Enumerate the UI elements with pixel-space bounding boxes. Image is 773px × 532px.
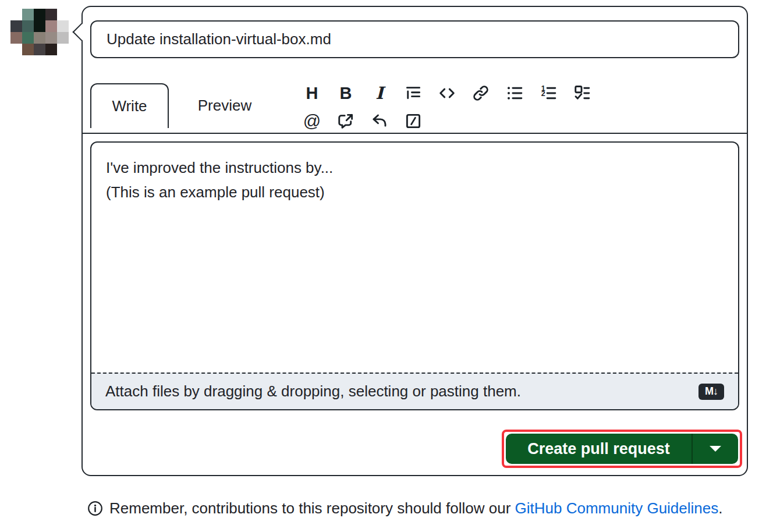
cross-reference-icon[interactable] (336, 109, 356, 133)
create-pr-dropdown-button[interactable] (693, 434, 738, 464)
note-text: Remember, contributions to this reposito… (109, 499, 723, 517)
tab-preview[interactable]: Preview (169, 83, 281, 128)
italic-icon[interactable]: I (370, 81, 389, 105)
pr-title-input[interactable] (90, 20, 739, 58)
note-suffix: . (718, 499, 722, 517)
attach-files-bar[interactable]: Attach files by dragging & dropping, sel… (91, 373, 738, 409)
slash-command-icon[interactable] (403, 109, 423, 133)
tabbar-divider (83, 133, 747, 134)
speech-bubble-caret (72, 23, 90, 41)
page: Write Preview H B I (0, 0, 773, 532)
heading-icon[interactable]: H (302, 81, 322, 105)
mention-icon[interactable]: @ (302, 109, 322, 133)
pull-request-composer: Write Preview H B I (81, 6, 748, 476)
svg-text:2: 2 (541, 90, 545, 98)
link-icon[interactable] (471, 81, 491, 105)
caret-down-icon (710, 446, 721, 452)
ordered-list-icon[interactable]: 1 2 (538, 81, 558, 105)
quote-icon[interactable] (403, 81, 423, 105)
task-list-icon[interactable] (572, 81, 592, 105)
toolbar-row-1: H B I (302, 81, 592, 105)
unordered-list-icon[interactable] (505, 81, 524, 105)
toolbar-row-2: @ (302, 109, 592, 133)
reply-icon[interactable] (370, 109, 389, 133)
code-icon[interactable] (437, 81, 457, 105)
community-guidelines-link[interactable]: GitHub Community Guidelines (515, 499, 719, 517)
attach-files-label: Attach files by dragging & dropping, sel… (105, 382, 521, 400)
info-icon (87, 501, 103, 516)
avatar (10, 9, 69, 55)
pr-body-editor[interactable]: I've improved the instructions by... (Th… (91, 143, 738, 373)
create-pull-request-button[interactable]: Create pull request (506, 434, 692, 464)
community-guidelines-note: Remember, contributions to this reposito… (87, 499, 723, 517)
markdown-icon[interactable]: M↓ (698, 384, 724, 400)
markdown-toolbar: H B I (302, 81, 592, 133)
create-pr-split-button: Create pull request (506, 434, 738, 464)
bold-icon[interactable]: B (336, 81, 356, 105)
comment-panel: I've improved the instructions by... (Th… (90, 141, 739, 410)
red-highlight-annotation: Create pull request (502, 430, 742, 468)
note-prefix: Remember, contributions to this reposito… (109, 499, 515, 517)
tab-write[interactable]: Write (90, 83, 169, 128)
